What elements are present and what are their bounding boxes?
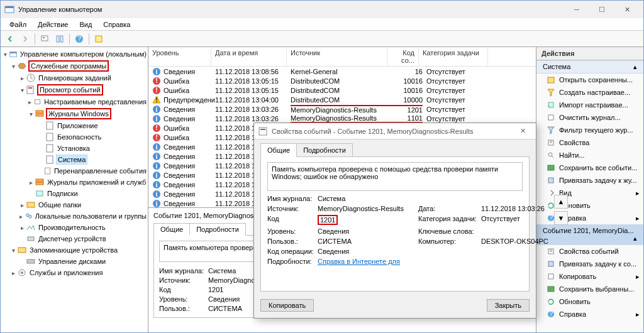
action-item[interactable]: Найти... (536, 149, 643, 161)
tree-subscriptions[interactable]: Подписки (46, 189, 79, 198)
back-button[interactable] (3, 32, 17, 46)
menu-view[interactable]: Вид (74, 19, 97, 30)
action-item[interactable]: Копировать▸ (536, 270, 643, 283)
tree-log-forwarded[interactable]: Перенаправленные события (53, 166, 148, 175)
dlg-close-button[interactable]: Закрыть (487, 299, 530, 312)
col-code[interactable]: Код со... (387, 47, 419, 66)
tree-shared-folders[interactable]: Общие папки (37, 200, 82, 209)
close-button[interactable]: ✕ (614, 3, 640, 16)
dlg-code-value: 1201 (318, 215, 338, 225)
event-row[interactable]: !Ошибка11.12.2018 13:05:15DistributedCOM… (148, 76, 536, 85)
menu-action[interactable]: Действие (33, 19, 73, 30)
dialog-icon (258, 126, 268, 136)
tree-utils[interactable]: Служебные программы (28, 60, 109, 72)
tree-scheduler[interactable]: Планировщик заданий (37, 74, 113, 82)
actions-sub-event[interactable]: Событие 1201, MemoryDia...▴ (536, 224, 643, 245)
action-item[interactable]: Обновить (536, 295, 643, 308)
titlebar: Управление компьютером ─ ☐ ✕ (1, 1, 643, 18)
event-row[interactable]: iСведения11.12.2018 13:03:26MemoryDiagno… (148, 114, 536, 123)
col-category[interactable]: Категория задачи (419, 47, 488, 66)
dlg-copy-button[interactable]: Копировать (260, 299, 314, 312)
tree-log-application[interactable]: Приложение (56, 121, 99, 130)
window-title: Управление компьютером (18, 6, 564, 13)
tree-storage[interactable]: Запоминающие устройства (28, 246, 119, 254)
tree-event-viewer[interactable]: Просмотр событий (37, 84, 103, 96)
menu-help[interactable]: Справка (98, 19, 135, 30)
tree-disk-mgmt[interactable]: Управление дисками (37, 257, 107, 266)
svg-point-27 (28, 215, 31, 218)
tree-log-setup[interactable]: Установка (56, 144, 91, 153)
event-row[interactable]: iСведения11.12.2018 13:08:56Kernel-Gener… (148, 67, 536, 76)
action-item[interactable]: Сохранить все событи... (536, 161, 643, 174)
tree-root[interactable]: Управление компьютером (локальным) (19, 50, 148, 58)
svg-rect-25 (27, 202, 35, 207)
svg-text:i: i (155, 152, 157, 160)
tree-app-logs[interactable]: Журналы приложений и служб (46, 178, 147, 187)
svg-text:?: ? (77, 35, 81, 42)
dlg-help-link[interactable]: Справка в Интернете для (318, 258, 550, 265)
action-item[interactable]: Привязать задачу к со... (536, 258, 643, 270)
actions-sub-system[interactable]: Система▴ (536, 60, 643, 74)
forward-button[interactable] (18, 32, 32, 46)
action-item[interactable]: Очистить журнал... (536, 111, 643, 124)
svg-text:i: i (155, 67, 157, 75)
action-item[interactable]: Открыть сохраненны... (536, 74, 643, 86)
tree-performance[interactable]: Производительность (37, 223, 107, 232)
menu-file[interactable]: Файл (4, 19, 31, 30)
svg-rect-68 (548, 178, 553, 183)
dialog-title: Свойства событий - Событие 1201, MemoryD… (272, 128, 513, 135)
tree-services[interactable]: Службы и приложения (28, 268, 104, 277)
tree-custom-views[interactable]: Настраиваемые представления (43, 97, 148, 106)
svg-rect-5 (60, 36, 63, 42)
svg-rect-24 (36, 191, 43, 196)
svg-rect-18 (47, 133, 53, 141)
dlg-message: Память компьютера проверена с помощью ср… (267, 162, 523, 191)
tree-device-manager[interactable]: Диспетчер устройств (37, 234, 108, 243)
action-item[interactable]: Создать настраивае... (536, 86, 643, 99)
action-item[interactable]: Импорт настраивае... (536, 99, 643, 111)
dlg-tab-details[interactable]: Подробности (296, 143, 353, 157)
tree-log-system[interactable]: Система (56, 155, 87, 165)
toolbar-icon-3[interactable] (92, 32, 106, 46)
action-item[interactable]: Обновить (536, 199, 643, 212)
event-row[interactable]: iСведения11.12.2018 13:03:26MemoryDiagno… (148, 104, 536, 114)
svg-text:i: i (155, 199, 157, 207)
tab-general[interactable]: Общие (153, 223, 190, 236)
col-level[interactable]: Уровень (148, 47, 211, 66)
col-source[interactable]: Источник (287, 47, 387, 66)
action-item[interactable]: ?Справка▸ (536, 308, 643, 320)
dlg-tab-general[interactable]: Общие (260, 143, 297, 157)
action-item[interactable]: Фильтр текущего жур... (536, 124, 643, 136)
col-datetime[interactable]: Дата и время (211, 47, 287, 66)
svg-point-32 (21, 271, 23, 274)
tree-log-security[interactable]: Безопасность (56, 133, 103, 141)
lbl-user: Пользов.: (159, 305, 208, 312)
action-item[interactable]: Свойства (536, 136, 643, 149)
event-row[interactable]: !Предупреждение11.12.2018 13:04:00Distri… (148, 95, 536, 104)
svg-rect-67 (548, 165, 554, 170)
dlg-nav-up[interactable]: ▲ (554, 195, 568, 209)
toolbar-icon-1[interactable] (38, 32, 52, 46)
list-header[interactable]: Уровень Дата и время Источник Код со... … (148, 47, 536, 67)
tree-pane[interactable]: ▾Управление компьютером (локальным) ▾Слу… (1, 47, 148, 332)
tree-windows-logs[interactable]: Журналы Windows (46, 108, 111, 119)
help-icon[interactable]: ? (72, 32, 86, 46)
action-item[interactable]: Свойства событий (536, 245, 643, 258)
svg-text:i: i (155, 161, 157, 169)
action-item[interactable]: Привязать задачу к жу... (536, 174, 643, 187)
svg-rect-73 (548, 287, 554, 292)
lbl-code: Код (159, 286, 208, 293)
tree-users[interactable]: Локальные пользователи и группы (34, 212, 148, 221)
minimize-button[interactable]: ─ (564, 3, 589, 16)
tab-details[interactable]: Подробности (189, 223, 246, 236)
action-item[interactable]: Сохранить выбранны... (536, 283, 643, 295)
svg-rect-20 (47, 156, 53, 163)
action-item[interactable]: Вид▸ (536, 187, 643, 199)
event-row[interactable]: !Ошибка11.12.2018 13:05:15DistributedCOM… (148, 85, 536, 95)
svg-text:!: ! (155, 86, 158, 94)
toolbar-icon-2[interactable] (53, 32, 67, 46)
action-item[interactable]: ?Справка▸ (536, 212, 643, 224)
maximize-button[interactable]: ☐ (589, 3, 614, 16)
dialog-close-icon[interactable]: ✕ (513, 127, 532, 135)
dlg-nav-down[interactable]: ▼ (554, 211, 568, 225)
